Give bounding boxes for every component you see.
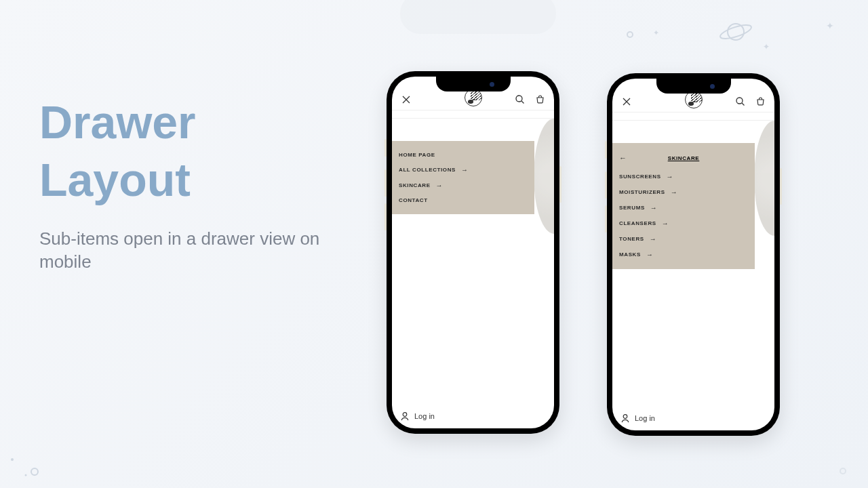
search-icon[interactable] bbox=[513, 94, 526, 106]
user-icon bbox=[400, 411, 410, 421]
nav-subdrawer: ← SKINCARE SUNSCREENS→ MOISTURIZERS→ SER… bbox=[612, 143, 755, 269]
submenu-title[interactable]: SKINCARE bbox=[668, 155, 700, 161]
nav-item-contact[interactable]: CONTACT bbox=[392, 193, 534, 207]
arrow-right-icon: → bbox=[436, 182, 443, 189]
nav-item-all-collections[interactable]: ALL COLLECTIONS→ bbox=[392, 162, 534, 178]
subnav-item-moisturizers[interactable]: MOISTURIZERS→ bbox=[612, 184, 755, 200]
login-link[interactable]: Log in bbox=[392, 404, 554, 428]
cart-icon[interactable] bbox=[754, 96, 766, 108]
circle-icon bbox=[840, 468, 846, 474]
close-icon[interactable] bbox=[400, 94, 412, 106]
arrow-right-icon: → bbox=[671, 188, 678, 196]
close-icon[interactable] bbox=[620, 96, 633, 108]
arrow-right-icon: → bbox=[650, 204, 658, 211]
login-link[interactable]: Log in bbox=[612, 406, 774, 430]
plus-icon: ✦ bbox=[826, 20, 834, 31]
back-icon[interactable]: ← bbox=[619, 154, 627, 162]
svg-point-8 bbox=[623, 415, 627, 419]
phone-mockup-submenu: ← SKINCARE SUNSCREENS→ MOISTURIZERS→ SER… bbox=[607, 73, 780, 436]
arrow-right-icon: → bbox=[650, 235, 657, 243]
user-icon bbox=[620, 413, 630, 423]
subnav-item-cleansers[interactable]: CLEANSERS→ bbox=[612, 216, 755, 231]
arrow-right-icon: → bbox=[667, 173, 674, 180]
svg-point-5 bbox=[516, 96, 522, 102]
nav-item-skincare[interactable]: SKINCARE→ bbox=[392, 178, 534, 193]
phone-mockup-main-menu: HOME PAGE ALL COLLECTIONS→ SKINCARE→ CON… bbox=[387, 71, 559, 434]
subnav-item-masks[interactable]: MASKS→ bbox=[612, 247, 755, 262]
arrow-right-icon: → bbox=[662, 220, 669, 227]
arrow-right-icon: → bbox=[461, 166, 469, 174]
decoration-dots bbox=[5, 453, 46, 480]
page-subtitle: Sub-items open in a drawer view on mobil… bbox=[39, 228, 358, 274]
cart-icon[interactable] bbox=[534, 94, 546, 106]
svg-point-0 bbox=[728, 24, 744, 40]
star-icon: ✦ bbox=[653, 28, 659, 37]
product-thumb-peek bbox=[534, 119, 554, 234]
product-thumb-peek bbox=[754, 121, 774, 236]
circle-icon bbox=[627, 31, 633, 38]
subnav-item-toners[interactable]: TONERS→ bbox=[612, 231, 755, 247]
arrow-right-icon: → bbox=[646, 251, 654, 258]
planet-icon bbox=[719, 20, 753, 43]
decoration-cloud bbox=[400, 0, 556, 34]
nav-item-home[interactable]: HOME PAGE bbox=[392, 148, 534, 162]
svg-point-4 bbox=[25, 474, 27, 476]
nav-drawer: HOME PAGE ALL COLLECTIONS→ SKINCARE→ CON… bbox=[392, 141, 534, 214]
subnav-item-sunscreens[interactable]: SUNSCREENS→ bbox=[612, 169, 755, 184]
svg-point-6 bbox=[403, 413, 407, 417]
search-icon[interactable] bbox=[734, 96, 746, 108]
svg-point-7 bbox=[736, 98, 743, 104]
svg-point-3 bbox=[31, 468, 38, 475]
svg-point-2 bbox=[11, 458, 14, 461]
svg-point-1 bbox=[719, 22, 753, 41]
star-icon: ✦ bbox=[763, 42, 770, 52]
page-title: Drawer Layout bbox=[39, 94, 358, 209]
subnav-item-serums[interactable]: SERUMS→ bbox=[612, 200, 755, 216]
